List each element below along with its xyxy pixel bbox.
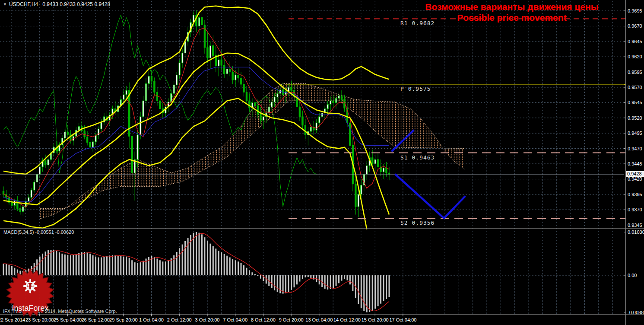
instaforex-logo: InstaForex [6, 267, 54, 320]
chart-surface[interactable] [0, 0, 644, 325]
chart-window: ▼USDCHF,H40.9433 0.9433 0.9425 0.9428 Во… [0, 0, 644, 325]
instaforex-logo-text: InstaForex [12, 304, 48, 312]
